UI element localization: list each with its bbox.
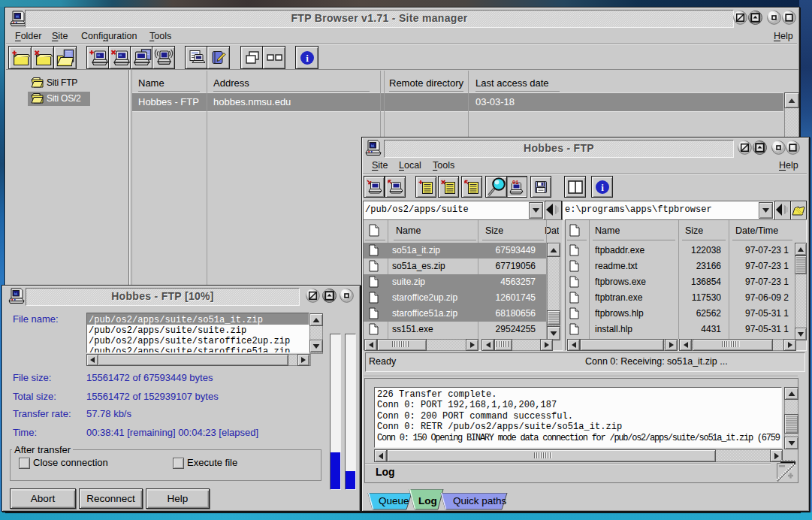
svg-text:i: i: [601, 182, 604, 193]
svg-text:i: i: [306, 53, 309, 64]
svg-text:01: 01: [512, 180, 518, 186]
